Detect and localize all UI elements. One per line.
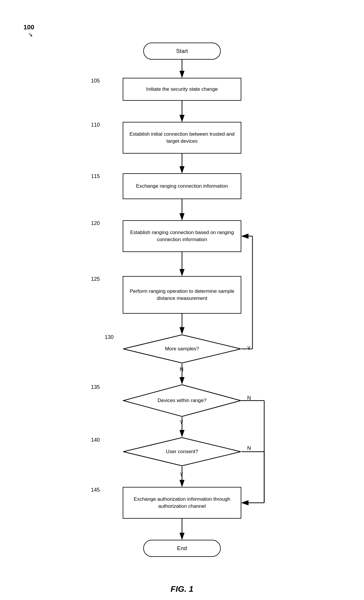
box-110-label: Establish initial connection between tru… — [127, 131, 237, 145]
n-label-140: N — [247, 445, 251, 451]
box-110: Establish initial connection between tru… — [123, 122, 241, 154]
step-label-130: 130 — [105, 334, 114, 340]
y-label-135: Y — [180, 419, 183, 426]
end-label: End — [177, 545, 187, 552]
step-label-110: 110 — [91, 122, 100, 128]
box-120-label: Establish ranging connection based on ra… — [127, 229, 237, 243]
box-105: Initiate the security state change — [123, 78, 241, 101]
n-label-135: N — [247, 395, 251, 401]
box-120: Establish ranging connection based on ra… — [123, 220, 241, 252]
n-label-130: N — [180, 367, 183, 373]
diamond-130: More samples? — [123, 334, 241, 364]
step-label-120: 120 — [91, 220, 100, 226]
y-label-130: Y — [247, 345, 251, 352]
step-label-115: 115 — [91, 173, 100, 179]
box-145: Exchange authorization information throu… — [123, 487, 241, 519]
step-label-135: 135 — [91, 384, 100, 390]
diamond-140-label: User consent? — [166, 448, 198, 455]
diamond-135: Devices within range? — [123, 384, 241, 417]
box-115-label: Exchange ranging connection information — [136, 183, 228, 190]
box-125: Perform ranging operation to determine s… — [123, 276, 241, 314]
diamond-140: User consent? — [123, 437, 241, 466]
diagram-container: 100 ↘ — [0, 0, 364, 558]
diamond-130-label: More samples? — [165, 346, 199, 352]
y-label-140: Y — [180, 472, 183, 478]
start-shape: Start — [143, 43, 221, 60]
arrow-ref: ↘ — [28, 31, 33, 38]
step-label-105: 105 — [91, 78, 100, 84]
diagram-number: 100 — [23, 23, 34, 31]
step-label-140: 140 — [91, 437, 100, 443]
end-shape: End — [143, 540, 221, 557]
start-label: Start — [176, 48, 188, 54]
box-125-label: Perform ranging operation to determine s… — [127, 288, 237, 302]
box-105-label: Initiate the security state change — [146, 86, 218, 92]
step-label-125: 125 — [91, 276, 100, 282]
step-label-145: 145 — [91, 487, 100, 493]
diamond-135-label: Devices within range? — [158, 397, 206, 404]
box-145-label: Exchange authorization information throu… — [127, 496, 237, 510]
box-115: Exchange ranging connection information — [123, 173, 241, 199]
